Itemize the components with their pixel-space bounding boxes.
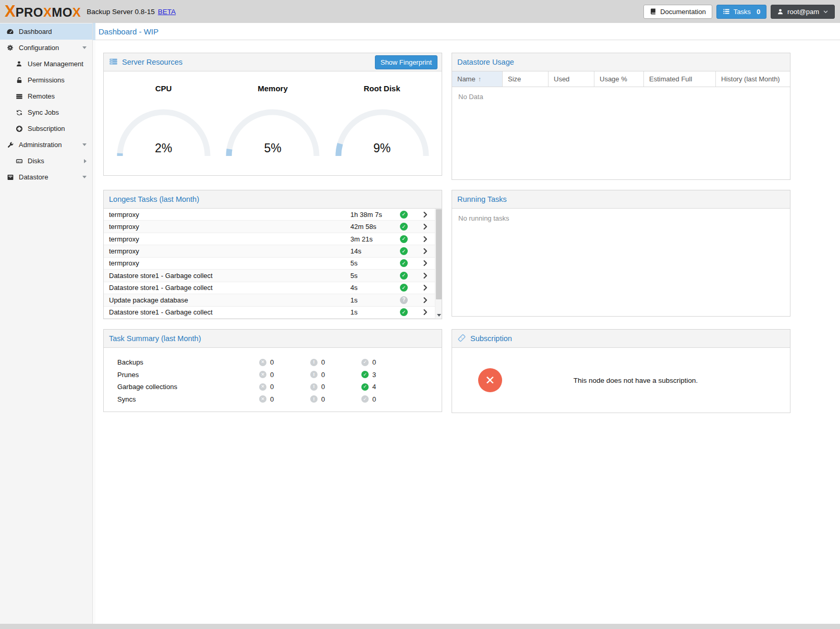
sidebar-item-dashboard[interactable]: Dashboard	[0, 23, 92, 40]
task-row[interactable]: Update package database1s?	[104, 294, 442, 306]
column-header-estimated-full[interactable]: Estimated Full	[644, 71, 716, 87]
top-bar: X PROXMOX Backup Server 0.8-15 BETA Docu…	[0, 0, 840, 23]
task-name: Datastore store1 - Garbage collect	[109, 308, 350, 316]
task-row[interactable]: termproxy1h 38m 7s✓	[104, 209, 442, 221]
sidebar-splitter[interactable]	[93, 23, 95, 624]
sidebar-item-disks[interactable]: Disks	[0, 153, 92, 169]
gauge-label: Memory	[223, 84, 322, 93]
column-header-used[interactable]: Used	[549, 71, 594, 87]
datastore-table-body: No Data	[452, 87, 790, 179]
show-fingerprint-button[interactable]: Show Fingerprint	[375, 55, 437, 69]
datastore-usage-panel: Datastore Usage Name↑ Size Used Usage % …	[452, 53, 790, 180]
gauge-label: CPU	[114, 84, 213, 93]
summary-label: Prunes	[117, 371, 259, 379]
beta-link[interactable]: BETA	[158, 8, 176, 16]
task-duration: 5s	[350, 259, 400, 267]
task-name: termproxy	[109, 223, 350, 231]
success-count: 4	[372, 383, 376, 391]
user-menu-button[interactable]: root@pam	[771, 5, 835, 19]
chevron-right-icon	[84, 159, 87, 163]
documentation-button[interactable]: Documentation	[643, 5, 712, 19]
column-label: Size	[508, 75, 521, 83]
column-header-name[interactable]: Name↑	[452, 71, 503, 87]
sidebar-item-permissions[interactable]: Permissions	[0, 72, 92, 88]
documentation-label: Documentation	[660, 8, 705, 16]
proxmox-logo: X PROXMOX	[5, 2, 81, 21]
task-row[interactable]: termproxy42m 58s✓	[104, 221, 442, 233]
panel-title: Subscription	[470, 334, 512, 343]
column-header-usage[interactable]: Usage %	[594, 71, 644, 87]
status-ok-icon: ✓	[400, 284, 408, 292]
sidebar-item-sync-jobs[interactable]: Sync Jobs	[0, 104, 92, 120]
task-name: termproxy	[109, 259, 350, 267]
gauge-value: 9%	[333, 141, 432, 155]
chevron-right-icon	[416, 272, 433, 280]
scrollbar-track[interactable]	[435, 209, 442, 319]
panel-title: Running Tasks	[457, 195, 507, 203]
scrollbar-down-arrow[interactable]	[435, 312, 442, 318]
task-summary-body: Backups ✕0 !0 ✓0 Prunes ✕0 !0 ✓3 Garbage…	[104, 348, 442, 412]
task-row[interactable]: termproxy14s✓	[104, 245, 442, 257]
chevron-right-icon	[416, 284, 433, 292]
panel-title: Task Summary (last Month)	[109, 334, 201, 343]
error-count: 0	[270, 371, 274, 379]
tasks-button[interactable]: Tasks 0	[716, 5, 766, 19]
error-icon: ✕	[259, 383, 266, 391]
status-ok-icon: ✓	[400, 235, 408, 243]
summary-row-backups: Backups ✕0 !0 ✓0	[104, 356, 442, 369]
chevron-right-icon	[416, 211, 433, 219]
column-label: Used	[554, 75, 569, 83]
success-icon: ✓	[361, 359, 369, 366]
page-header: Dashboard - WIP	[95, 23, 840, 40]
subscription-panel: Subscription ✕ This node does not have a…	[452, 329, 790, 413]
wrench-icon	[6, 141, 15, 149]
sidebar-item-label: Sync Jobs	[28, 108, 59, 116]
task-duration: 14s	[350, 247, 400, 255]
status-ok-icon: ✓	[400, 211, 408, 219]
warning-icon: !	[310, 395, 318, 403]
task-row[interactable]: termproxy3m 21s✓	[104, 233, 442, 245]
summary-label: Syncs	[117, 395, 259, 403]
task-list-icon	[723, 8, 730, 15]
scrollbar-thumb[interactable]	[436, 209, 442, 299]
sidebar-item-remotes[interactable]: Remotes	[0, 88, 92, 104]
task-row[interactable]: Datastore store1 - Garbage collect4s✓	[104, 282, 442, 294]
tasks-label: Tasks	[734, 8, 751, 16]
column-header-history[interactable]: History (last Month)	[716, 71, 790, 87]
dashboard-grid: Server Resources Show Fingerprint CPU 2%	[95, 40, 840, 413]
task-row[interactable]: termproxy5s✓	[104, 258, 442, 270]
running-tasks-panel: Running Tasks No running tasks	[452, 190, 790, 317]
longest-tasks-header: Longest Tasks (last Month)	[104, 190, 442, 209]
tasks-count-badge: 0	[757, 8, 760, 16]
gauge-label: Root Disk	[333, 84, 432, 93]
sidebar-item-user-management[interactable]: User Management	[0, 56, 92, 72]
task-duration: 5s	[350, 272, 400, 280]
task-duration: 4s	[350, 284, 400, 292]
error-count: 0	[270, 395, 274, 403]
chevron-right-icon	[416, 259, 433, 267]
summary-label: Garbage collections	[117, 383, 259, 391]
sidebar-item-label: Remotes	[28, 92, 55, 100]
task-name: Datastore store1 - Garbage collect	[109, 284, 350, 292]
task-row[interactable]: Datastore store1 - Garbage collect5s✓	[104, 270, 442, 282]
error-icon: ✕	[259, 371, 266, 378]
column-header-size[interactable]: Size	[503, 71, 549, 87]
task-row[interactable]: Datastore store1 - Garbage collect1s✓	[104, 307, 442, 319]
gauge-value: 5%	[223, 141, 322, 155]
sidebar-item-configuration[interactable]: Configuration	[0, 40, 92, 56]
book-icon	[650, 8, 656, 15]
status-ok-icon: ✓	[400, 223, 408, 231]
proxmox-x-mark-icon: X	[5, 2, 15, 21]
sidebar-item-administration[interactable]: Administration	[0, 137, 92, 153]
cpu-gauge: CPU 2%	[114, 84, 213, 175]
subscription-body: ✕ This node does not have a subscription…	[452, 348, 790, 413]
task-name: Datastore store1 - Garbage collect	[109, 272, 350, 280]
sidebar-item-datastore[interactable]: Datastore	[0, 169, 92, 185]
product-version-label: Backup Server 0.8-15	[87, 8, 155, 16]
chevron-down-icon	[823, 9, 829, 15]
sidebar-item-subscription[interactable]: Subscription	[0, 120, 92, 137]
remotes-icon	[15, 93, 23, 100]
warning-count: 0	[321, 395, 325, 403]
brand-letters: PRO	[16, 5, 43, 19]
success-count: 3	[372, 371, 376, 379]
